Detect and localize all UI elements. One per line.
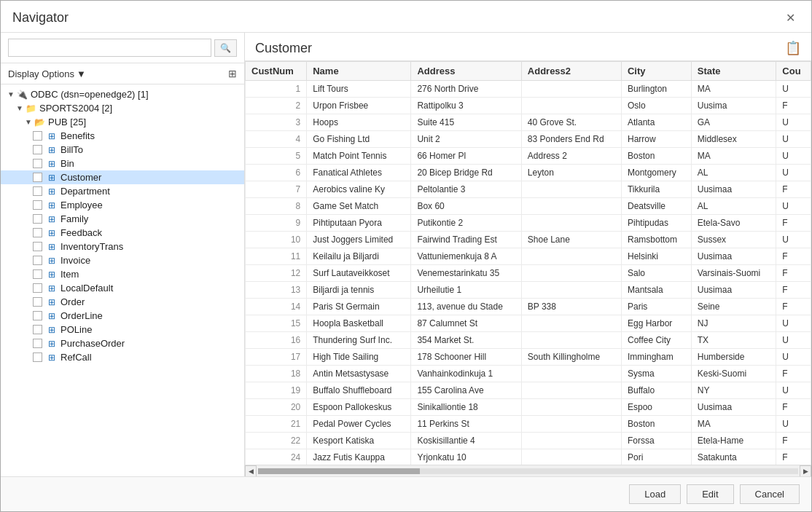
tree-item-billto[interactable]: ⊞ BillTo [1,143,244,157]
checkbox-department[interactable] [33,186,42,196]
tree-item-refcall[interactable]: ⊞ RefCall [1,350,244,364]
cell-city: Boston [621,148,691,165]
checkbox-localdefault[interactable] [33,283,42,293]
table-icon-feedback: ⊞ [45,228,58,238]
tree-item-invoice[interactable]: ⊞ Invoice [1,253,244,267]
tree-item-purchaseorder[interactable]: ⊞ PurchaseOrder [1,336,244,350]
table-icon-poline: ⊞ [45,325,58,335]
toggle-odbc[interactable]: ▼ [7,90,15,98]
cell-state: Uusimaa [691,248,776,265]
checkbox-refcall[interactable] [33,353,42,362]
checkbox-purchaseorder[interactable] [33,339,42,348]
tree-item-pub[interactable]: ▼ 📂 PUB [25] [1,115,244,129]
scroll-thumb[interactable] [258,468,420,474]
tree-item-benefits[interactable]: ⊞ Benefits [1,129,244,143]
cell-state: TX [691,332,776,349]
checkbox-benefits[interactable] [33,131,42,141]
checkbox-billto[interactable] [33,145,42,154]
table-row: 13 Biljardi ja tennis Urheilutie 1 Mants… [246,282,811,299]
connection-icon: 🔌 [15,90,28,100]
cell-address: Box 60 [411,198,521,215]
tree-item-feedback[interactable]: ⊞ Feedback [1,226,244,240]
cell-city: Immingham [621,349,691,366]
table-row: 14 Paris St Germain 113, avenue du Stade… [246,299,811,315]
tree-item-orderline[interactable]: ⊞ OrderLine [1,309,244,323]
tree-label-pub: PUB [25] [48,117,86,127]
cancel-button[interactable]: Cancel [740,484,800,504]
cell-address2 [521,332,621,349]
tree-item-order[interactable]: ⊞ Order [1,295,244,309]
cell-name: Pihtiputaan Pyora [307,215,411,232]
cell-address: Putikontie 2 [411,215,521,232]
cell-city: Pihtipudas [621,215,691,232]
cell-address: 178 Schooner Hill [411,349,521,366]
cell-cou: F [776,248,811,265]
tree-item-employee[interactable]: ⊞ Employee [1,198,244,212]
tree-item-family[interactable]: ⊞ Family [1,212,244,226]
scroll-track[interactable] [258,468,798,474]
cell-address2 [521,416,621,433]
toggle-pub[interactable]: ▼ [24,118,33,126]
table-icon-billto: ⊞ [45,145,58,155]
table-view-icon[interactable]: ⊞ [228,68,237,79]
cell-name: Jazz Futis Kauppa [307,449,411,465]
tree-item-department[interactable]: ⊞ Department [1,184,244,198]
tree-item-sports2004[interactable]: ▼ 📁 SPORTS2004 [2] [1,101,244,115]
cell-state: MA [691,81,776,98]
checkbox-poline[interactable] [33,325,42,334]
toggle-sports2004[interactable]: ▼ [15,104,24,112]
tree-item-odbc[interactable]: ▼ 🔌 ODBC (dsn=openedge2) [1] [1,87,244,101]
search-button[interactable]: 🔍 [214,39,237,57]
cell-address2 [521,449,621,465]
cell-address: Fairwind Trading Est [411,232,521,248]
footer-bar: Load Edit Cancel [1,476,811,511]
cell-address: Rattipolku 3 [411,98,521,114]
checkbox-invoice[interactable] [33,256,42,265]
cell-custnum: 14 [246,299,307,315]
checkbox-employee[interactable] [33,200,42,210]
checkbox-customer[interactable] [33,173,42,182]
cell-cou: F [776,98,811,114]
tree-item-bin[interactable]: ⊞ Bin [1,157,244,170]
data-table-container[interactable]: CustNum Name Address Address2 City State… [245,61,811,465]
table-icon-refcall: ⊞ [45,353,58,363]
right-panel: Customer 📋 CustNum Name Address Address2… [245,33,811,476]
scroll-left-arrow[interactable]: ◀ [245,465,257,477]
load-button[interactable]: Load [629,484,681,504]
table-row: 16 Thundering Surf Inc. 354 Market St. C… [246,332,811,349]
scroll-right-arrow[interactable]: ▶ [800,465,811,477]
checkbox-inventorytrans[interactable] [33,242,42,251]
cell-address: 87 Calumnet St [411,315,521,332]
checkbox-feedback[interactable] [33,228,42,237]
table-row: 24 Jazz Futis Kauppa Yrjonkatu 10 Pori S… [246,449,811,465]
edit-button[interactable]: Edit [687,484,733,504]
cell-custnum: 5 [246,148,307,165]
tree-item-customer[interactable]: ⊞ Customer [1,170,244,184]
tree-label-localdefault: LocalDefault [60,283,113,294]
tree-panel[interactable]: ▼ 🔌 ODBC (dsn=openedge2) [1] ▼ 📁 SPORTS2… [1,84,244,476]
display-options-button[interactable]: Display Options ▼ [8,68,86,79]
tree-item-poline[interactable]: ⊞ POLine [1,323,244,336]
checkbox-orderline[interactable] [33,311,42,320]
checkbox-bin[interactable] [33,159,42,168]
cell-name: Hoops [307,114,411,131]
checkbox-order[interactable] [33,297,42,307]
horizontal-scrollbar[interactable]: ◀ ▶ [245,465,811,476]
cell-custnum: 3 [246,114,307,131]
search-input[interactable] [8,39,211,57]
tree-item-inventorytrans[interactable]: ⊞ InventoryTrans [1,240,244,253]
tree-item-item[interactable]: ⊞ Item [1,267,244,281]
cell-name: Biljardi ja tennis [307,282,411,299]
tree-item-localdefault[interactable]: ⊞ LocalDefault [1,281,244,295]
close-button[interactable]: ✕ [781,9,800,26]
cell-custnum: 13 [246,282,307,299]
cell-name: Game Set Match [307,198,411,215]
cell-name: Paris St Germain [307,299,411,315]
preview-icon[interactable]: 📋 [785,40,801,56]
cell-city: Ramsbottom [621,232,691,248]
checkbox-family[interactable] [33,214,42,224]
checkbox-item[interactable] [33,269,42,279]
cell-cou: U [776,382,811,399]
cell-address: Vanhainkodinkuja 1 [411,366,521,382]
tree-label-employee: Employee [60,200,103,210]
